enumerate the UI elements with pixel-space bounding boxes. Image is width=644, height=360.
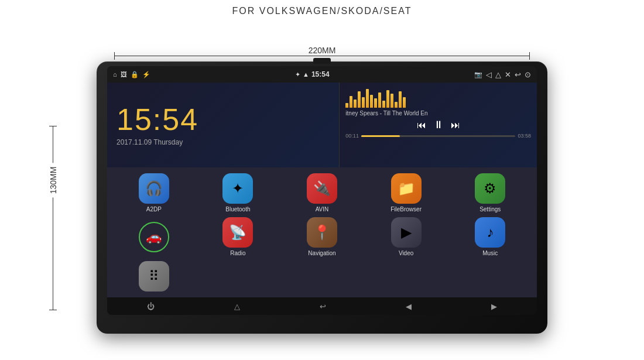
height-dimension-line — [53, 126, 53, 310]
app-icon-car: 🚗 — [139, 222, 169, 252]
app-item-a2dp[interactable]: 🎧A2DP — [113, 172, 195, 214]
eq-bar — [382, 101, 385, 108]
device-shell: ⌂ 🖼 🔒 ⚡ ✦ ▲ 15:54 📷 ◁ △ ✕ ↩ ⊙ — [97, 61, 547, 334]
widget-area: 15:54 2017.11.09 Thursday itney Spears -… — [107, 83, 537, 167]
bluetooth-status-icon: ✦ — [295, 71, 300, 78]
app-label-avin: AVIN — [316, 206, 329, 212]
progress-fill — [361, 135, 400, 137]
total-time: 03:58 — [518, 133, 531, 139]
eq-bar — [366, 89, 369, 108]
height-dimension-top-tick — [49, 126, 57, 126]
eq-bar — [358, 91, 361, 108]
equalizer — [345, 87, 531, 108]
next-button[interactable]: ⏭ — [451, 120, 460, 131]
app-grid: 🎧A2DP✦Bluetooth🔌AVIN📁FileBrowser⚙Setting… — [107, 167, 537, 297]
elapsed-time: 00:11 — [345, 133, 359, 139]
music-widget: itney Spears - Till The World En ⏮ ⏸ ⏭ 0… — [339, 83, 537, 167]
app-icon-bluetooth: ✦ — [222, 173, 253, 204]
eq-bar — [390, 94, 393, 108]
app-icon-settings: ⚙ — [475, 173, 505, 204]
screen-content: 15:54 2017.11.09 Thursday itney Spears -… — [107, 83, 537, 297]
app-item-filebrowser[interactable]: 📁FileBrowser — [365, 172, 447, 214]
app-icon-more: ⠿ — [139, 261, 169, 292]
width-dimension-right-tick — [529, 52, 530, 60]
eq-bar — [403, 97, 406, 108]
home-icon: ⌂ — [113, 71, 117, 78]
image-icon: 🖼 — [121, 71, 127, 78]
app-item-settings[interactable]: ⚙Settings — [449, 172, 531, 214]
prev-button[interactable]: ⏮ — [417, 120, 426, 131]
app-item-avin[interactable]: 🔌AVIN — [281, 172, 363, 214]
usb-icon: ⚡ — [142, 71, 150, 78]
width-dimension-left-tick — [114, 52, 115, 60]
device-notch — [313, 58, 331, 64]
app-item-more[interactable]: ⠿ — [113, 260, 195, 293]
camera-status-icon: 📷 — [474, 71, 482, 78]
app-label-settings: Settings — [479, 206, 501, 212]
app-label-navigation: Navigation — [308, 250, 335, 256]
clock-widget: 15:54 2017.11.09 Thursday — [107, 83, 339, 167]
app-icon-navigation: 📍 — [307, 217, 337, 248]
volume-icon: ◁ — [486, 70, 492, 79]
back-nav-icon: ↩ — [515, 70, 521, 79]
bottom-nav-btn-3[interactable]: ◀ — [406, 302, 412, 311]
app-label-bluetooth: Bluetooth — [225, 206, 250, 212]
app-label-filebrowser: FileBrowser — [390, 206, 422, 212]
app-item-music[interactable]: ♪Music — [449, 216, 531, 258]
app-icon-avin: 🔌 — [307, 173, 337, 204]
eq-bar — [386, 90, 389, 108]
bottom-navigation: ⏻△↩◀▶ — [107, 297, 537, 315]
close-nav-icon: ✕ — [505, 70, 511, 79]
eq-bar — [354, 100, 357, 108]
music-controls[interactable]: ⏮ ⏸ ⏭ — [345, 119, 531, 131]
eq-bar — [350, 96, 352, 108]
app-icon-music: ♪ — [475, 217, 505, 248]
height-dimension-label: 130MM — [49, 163, 58, 197]
lock-icon: 🔒 — [131, 71, 139, 78]
play-button[interactable]: ⏸ — [433, 119, 444, 131]
status-bar: ⌂ 🖼 🔒 ⚡ ✦ ▲ 15:54 📷 ◁ △ ✕ ↩ ⊙ — [107, 66, 537, 83]
app-icon-a2dp: 🎧 — [139, 173, 169, 204]
height-dimension-bottom-tick — [49, 310, 57, 310]
progress-track — [361, 135, 516, 137]
eq-bar — [395, 102, 398, 108]
app-label-a2dp: A2DP — [146, 206, 162, 212]
app-icon-video: ▶ — [391, 217, 422, 248]
app-icon-radio: 📡 — [222, 217, 253, 248]
eq-bar — [370, 95, 373, 108]
wifi-status-icon: ▲ — [303, 71, 309, 78]
width-dimension-line — [114, 56, 530, 56]
app-item-bluetooth[interactable]: ✦Bluetooth — [197, 172, 279, 214]
music-progress-bar: 00:11 03:58 — [345, 133, 531, 139]
device-bottom-buttons — [97, 315, 547, 334]
android-icon: ⊙ — [525, 70, 531, 79]
music-title: itney Spears - Till The World En — [345, 110, 531, 116]
app-label-radio: Radio — [230, 250, 245, 256]
app-item-video[interactable]: ▶Video — [365, 216, 447, 258]
bottom-nav-btn-1[interactable]: △ — [234, 302, 240, 311]
screen-bezel: ⌂ 🖼 🔒 ⚡ ✦ ▲ 15:54 📷 ◁ △ ✕ ↩ ⊙ — [107, 66, 537, 315]
status-time: 15:54 — [311, 70, 330, 78]
app-label-video: Video — [399, 250, 413, 256]
app-item-navigation[interactable]: 📍Navigation — [281, 216, 363, 258]
status-bar-left: ⌂ 🖼 🔒 ⚡ — [113, 71, 150, 78]
status-bar-right: 📷 ◁ △ ✕ ↩ ⊙ — [474, 70, 531, 79]
app-label-music: Music — [482, 250, 498, 256]
bottom-nav-btn-0[interactable]: ⏻ — [147, 302, 155, 311]
eq-bar — [345, 103, 348, 108]
eq-bar — [399, 91, 402, 108]
bottom-nav-btn-2[interactable]: ↩ — [320, 302, 326, 311]
eject-icon: △ — [495, 70, 501, 79]
eq-bar — [378, 92, 381, 108]
bottom-nav-btn-4[interactable]: ▶ — [491, 302, 497, 311]
width-dimension-label: 220MM — [304, 46, 341, 55]
eq-bar — [362, 97, 365, 108]
clock-date: 2017.11.09 Thursday — [117, 138, 330, 146]
clock-display: 15:54 — [117, 104, 330, 135]
app-item-car[interactable]: 🚗 — [113, 216, 195, 258]
status-bar-center: ✦ ▲ 15:54 — [295, 70, 330, 78]
app-icon-filebrowser: 📁 — [391, 173, 422, 204]
app-item-radio[interactable]: 📡Radio — [197, 216, 279, 258]
eq-bar — [374, 98, 377, 108]
page-title: FOR VOLKSWAGEN/SKODA/SEAT — [0, 0, 644, 16]
